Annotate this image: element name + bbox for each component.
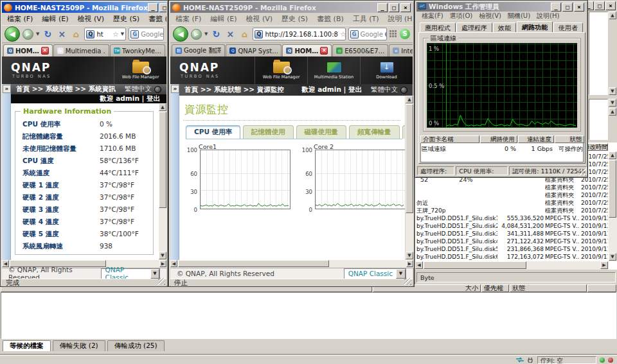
maximize-button[interactable]: □ bbox=[159, 3, 166, 12]
forward-button[interactable]: ▶ bbox=[191, 29, 202, 40]
queue-column-header[interactable]: 狀態 bbox=[510, 284, 587, 292]
menu-item[interactable]: 編輯 (E) bbox=[210, 14, 237, 24]
tab-close-icon[interactable]: × bbox=[41, 47, 49, 55]
scroll-right-icon[interactable]: ▶ bbox=[406, 260, 413, 267]
menu-item[interactable]: 選項(O) bbox=[450, 12, 473, 21]
close-button[interactable]: × bbox=[400, 3, 411, 12]
taskmgr-tab[interactable]: 效能 bbox=[493, 22, 516, 33]
bookmark-star-icon[interactable]: ☆ bbox=[112, 30, 119, 39]
background-listbox-bottom[interactable] bbox=[589, 99, 608, 140]
scroll-down-icon[interactable]: ▼ bbox=[609, 253, 616, 261]
chevron-down-icon[interactable]: ▼ bbox=[396, 269, 406, 279]
file-row[interactable]: 檔案資料夾2010/7/25 下· bbox=[415, 191, 608, 199]
file-row[interactable]: 檔案資料夾2010/7/25 下· bbox=[415, 184, 608, 191]
breadcrumb[interactable]: 首頁 >> 系統狀態 >> 資源監控 bbox=[184, 85, 284, 94]
browser-tab[interactable]: TMTwonkyMe… bbox=[110, 44, 165, 56]
file-row[interactable]: by.TrueHD.DD51.F_Silu.disk5.ts231,866,36… bbox=[415, 245, 608, 253]
address-bar[interactable]: Q http://192.168.1.100:8 ☆ ▼ bbox=[253, 28, 345, 40]
address-bar[interactable]: Q ht ☆ ▼ bbox=[84, 28, 126, 40]
content-vscrollbar[interactable]: ▲ ▼ bbox=[159, 103, 167, 260]
scroll-right-icon[interactable]: ▶ bbox=[159, 260, 166, 267]
chevron-down-icon[interactable]: ▼ bbox=[150, 269, 159, 279]
monitor-tab[interactable]: 頻寬傳輸量 bbox=[349, 125, 400, 139]
search-magnifier-icon[interactable] bbox=[385, 31, 387, 37]
browser-tab[interactable]: QHOM…× bbox=[3, 44, 53, 56]
scroll-up-icon[interactable]: ▲ bbox=[609, 152, 616, 159]
menu-item[interactable]: 書籤 (B) bbox=[317, 14, 344, 24]
transfer-tab[interactable]: 傳輸成功 (25) bbox=[107, 340, 165, 351]
bookmark-star-icon[interactable]: ☆ bbox=[340, 30, 346, 39]
menu-item[interactable]: 歷史 (S) bbox=[282, 14, 308, 24]
search-text[interactable]: Google bbox=[361, 31, 383, 38]
scroll-up-icon[interactable]: ▲ bbox=[609, 108, 616, 116]
monitor-tab[interactable]: 磁碟使用量 bbox=[296, 125, 347, 139]
monitor-tab[interactable]: CPU 使用率 bbox=[186, 125, 240, 139]
tab-label[interactable]: Intel® Core… bbox=[401, 48, 413, 55]
minimize-button[interactable]: _ bbox=[377, 3, 388, 12]
tab-label[interactable]: TwonkyMe… bbox=[122, 48, 161, 55]
tab-label[interactable]: Google 翻譯 bbox=[184, 46, 221, 55]
scroll-right-icon[interactable]: ▶ bbox=[600, 261, 608, 269]
menu-item[interactable]: 檔案 (F) bbox=[175, 14, 201, 24]
adapter-column-header[interactable]: 連結速度 bbox=[518, 135, 554, 143]
minimize-button[interactable]: _ bbox=[551, 3, 561, 12]
menu-item[interactable]: 工具 (T) bbox=[353, 14, 379, 24]
maximize-button[interactable]: □ bbox=[562, 3, 573, 12]
search-text[interactable]: Google bbox=[141, 31, 163, 38]
titlebar[interactable]: HOME-NAST2509P - Mozilla Firefox _□× bbox=[2, 2, 166, 13]
taskmgr-tab[interactable]: 網路功能 bbox=[517, 21, 553, 33]
scroll-down-icon[interactable]: ▼ bbox=[609, 99, 616, 107]
welcome-logout[interactable]: 歡迎 admin | 登出 bbox=[100, 94, 160, 103]
search-box[interactable]: G Google bbox=[129, 28, 164, 40]
resize-grip[interactable] bbox=[404, 278, 411, 285]
globe-icon[interactable] bbox=[154, 86, 161, 93]
forward-button[interactable]: ▶ bbox=[22, 29, 33, 40]
theme-select[interactable]: QNAP Classic▼ bbox=[101, 268, 160, 279]
file-list-vscrollbar[interactable]: ▲ ▼ bbox=[609, 152, 617, 261]
scroll-up-icon[interactable]: ▲ bbox=[159, 103, 166, 111]
browser-tab[interactable]: eIntel® Core… bbox=[389, 44, 413, 56]
language-selector[interactable]: 繁體中文 bbox=[371, 85, 398, 94]
tab-list-dropdown-icon[interactable]: ▾ bbox=[166, 50, 166, 56]
taskmgr-tab[interactable]: 處理程序 bbox=[456, 22, 492, 33]
background-listbox-top[interactable] bbox=[589, 12, 608, 95]
close-button[interactable]: × bbox=[605, 1, 616, 10]
scroll-up-icon[interactable]: ▲ bbox=[406, 96, 413, 103]
transfer-tab[interactable]: 等候的檔案 bbox=[3, 340, 51, 351]
language-selector[interactable]: 繁體中文 bbox=[125, 85, 152, 94]
file-row[interactable]: by.TrueHD.DD51.F_Silu.disk1.ts555,336,52… bbox=[415, 214, 608, 222]
extensions-grid-icon[interactable] bbox=[389, 30, 397, 38]
taskmgr-tab[interactable]: 使用者 bbox=[553, 22, 583, 33]
menu-item[interactable]: 編輯 (E) bbox=[42, 14, 68, 24]
scroll-down-icon[interactable]: ▼ bbox=[159, 252, 166, 259]
scroll-up-icon[interactable]: ▲ bbox=[609, 12, 616, 19]
home-icon[interactable]: ⌂ bbox=[70, 30, 82, 39]
qnap-app-web-file-manager[interactable]: Web File Manager bbox=[255, 56, 307, 84]
history-dropdown-icon[interactable]: ▼ bbox=[36, 31, 39, 37]
file-list-hscrollbar[interactable]: ◀ ▶ bbox=[415, 261, 609, 270]
stop-icon[interactable]: × bbox=[56, 29, 67, 39]
tab-label[interactable]: E6500&E7… bbox=[344, 48, 384, 55]
search-box[interactable]: G Google bbox=[348, 28, 387, 40]
menu-item[interactable]: 檢視(V) bbox=[479, 12, 501, 21]
breadcrumb[interactable]: 首頁 >> 系統狀態 >> 系統資訊 bbox=[16, 85, 116, 94]
content-vscrollbar[interactable]: ▲ ▼ bbox=[406, 96, 414, 260]
maximize-button[interactable]: □ bbox=[389, 3, 399, 12]
content-hscrollbar[interactable]: ◀ ▶ bbox=[170, 260, 414, 268]
address-dropdown-icon[interactable]: ▼ bbox=[121, 31, 124, 37]
adapter-column-header[interactable]: 狀態 bbox=[555, 135, 584, 143]
scroll-down-icon[interactable]: ▼ bbox=[406, 252, 413, 259]
welcome-logout[interactable]: 歡迎 admin | 登出 bbox=[302, 85, 362, 94]
scroll-down-icon[interactable]: ▼ bbox=[609, 87, 616, 95]
minimize-button[interactable]: _ bbox=[148, 3, 158, 12]
browser-tab[interactable]: ◎E6500&E7… bbox=[332, 44, 388, 56]
menu-item[interactable]: 關機(U) bbox=[508, 12, 530, 21]
reload-icon[interactable]: ↻ bbox=[210, 29, 222, 39]
sidebar-expand-button[interactable]: » bbox=[3, 85, 11, 93]
address-text[interactable]: http://192.168.1.100:8 bbox=[265, 31, 338, 38]
stop-icon[interactable]: × bbox=[224, 29, 236, 39]
queue-column-header[interactable]: 優先權 bbox=[481, 284, 509, 292]
browser-tab[interactable]: 翻Google 翻譯 bbox=[172, 44, 225, 56]
file-row[interactable]: by.TrueHD.DD51.F_Silu.disk4.ts271,122,43… bbox=[415, 238, 608, 245]
monitor-tab[interactable]: 記憶體使用 bbox=[243, 125, 294, 139]
